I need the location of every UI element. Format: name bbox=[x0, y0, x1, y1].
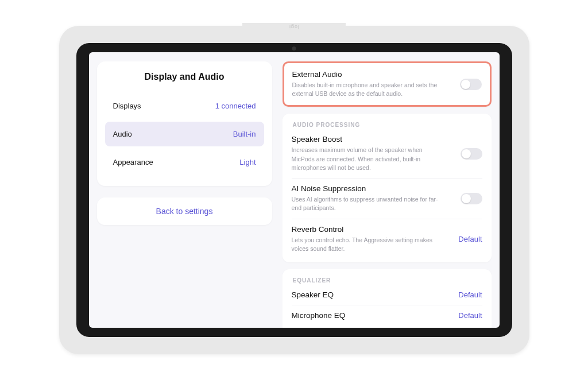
speaker-boost-row: Speaker Boost Increases maximum volume o… bbox=[292, 129, 482, 178]
right-panel: External Audio Disables built-in microph… bbox=[283, 61, 492, 328]
device-brand-notch: logi bbox=[242, 23, 346, 31]
audio-processing-section: AUDIO PROCESSING Speaker Boost Increases… bbox=[283, 114, 492, 262]
group-label-equalizer: EQUALIZER bbox=[292, 274, 482, 285]
equalizer-section: EQUALIZER Speaker EQ Default Microphone … bbox=[283, 269, 492, 328]
device-frame: logi Display and Audio Displays 1 connec… bbox=[59, 26, 529, 354]
external-audio-toggle[interactable] bbox=[460, 79, 482, 90]
microphone-eq-value: Default bbox=[458, 311, 482, 320]
external-audio-desc: Disables built-in microphone and speaker… bbox=[292, 81, 442, 98]
nav-item-displays[interactable]: Displays 1 connected bbox=[105, 94, 264, 118]
nav-label: Audio bbox=[113, 130, 132, 138]
nav-value: Built-in bbox=[233, 130, 256, 138]
ai-noise-title: AI Noise Suppression bbox=[292, 184, 452, 193]
left-panel: Display and Audio Displays 1 connected A… bbox=[97, 61, 272, 328]
nav-value: 1 connected bbox=[215, 102, 256, 110]
external-audio-section: External Audio Disables built-in microph… bbox=[283, 61, 492, 107]
nav-label: Displays bbox=[113, 102, 141, 110]
reverb-value: Default bbox=[458, 235, 482, 243]
nav-item-audio[interactable]: Audio Built-in bbox=[105, 122, 264, 146]
ai-noise-toggle[interactable] bbox=[461, 193, 482, 204]
reverb-title: Reverb Control bbox=[292, 225, 451, 234]
row-text: External Audio Disables built-in microph… bbox=[292, 70, 452, 98]
speaker-boost-toggle[interactable] bbox=[461, 148, 482, 160]
reverb-row[interactable]: Reverb Control Lets you control echo. Th… bbox=[292, 219, 482, 259]
brand-label: logi bbox=[289, 24, 299, 30]
back-to-settings-button[interactable]: Back to settings bbox=[97, 197, 272, 225]
screen: Display and Audio Displays 1 connected A… bbox=[89, 52, 500, 328]
ai-noise-desc: Uses AI algorithms to suppress unwanted … bbox=[292, 195, 441, 212]
reverb-desc: Lets you control echo. The Aggressive se… bbox=[292, 236, 441, 253]
settings-scroll[interactable]: External Audio Disables built-in microph… bbox=[283, 61, 492, 328]
panel-title: Display and Audio bbox=[105, 72, 264, 82]
nav-item-appearance[interactable]: Appearance Light bbox=[105, 150, 264, 175]
nav-value: Light bbox=[239, 158, 256, 166]
microphone-eq-title: Microphone EQ bbox=[292, 311, 451, 320]
nav-label: Appearance bbox=[113, 158, 153, 166]
back-label: Back to settings bbox=[156, 207, 213, 216]
external-audio-title: External Audio bbox=[292, 70, 452, 79]
microphone-eq-row[interactable]: Microphone EQ Default bbox=[292, 305, 482, 325]
speaker-boost-title: Speaker Boost bbox=[292, 135, 452, 144]
front-camera-icon bbox=[292, 46, 296, 51]
device-bezel: Display and Audio Displays 1 connected A… bbox=[76, 43, 512, 337]
ai-noise-row: AI Noise Suppression Uses AI algorithms … bbox=[292, 178, 482, 218]
group-label-processing: AUDIO PROCESSING bbox=[292, 118, 482, 129]
speaker-eq-title: Speaker EQ bbox=[292, 290, 451, 299]
speaker-eq-value: Default bbox=[458, 290, 482, 299]
speaker-boost-desc: Increases maximum volume of the speaker … bbox=[292, 146, 441, 172]
speaker-eq-row[interactable]: Speaker EQ Default bbox=[292, 285, 482, 305]
settings-card: Display and Audio Displays 1 connected A… bbox=[97, 61, 272, 186]
